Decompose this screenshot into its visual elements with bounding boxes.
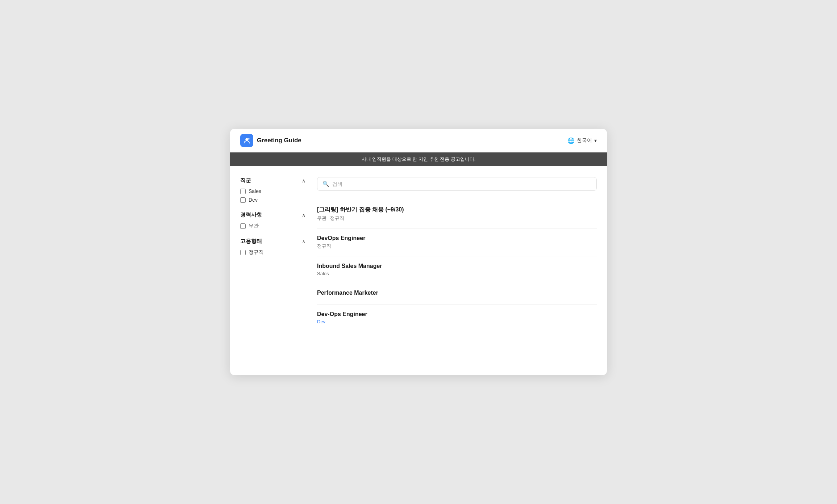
chevron-down-icon: ▾ [594, 138, 597, 143]
globe-icon: 🌐 [567, 137, 575, 144]
filter-label-sales: Sales [249, 188, 261, 194]
job-title-1: [그리팅] 하반기 집중 채용 (~9/30) [317, 206, 597, 214]
filter-section-employment: 고용형태 ∧ 정규직 [240, 238, 305, 256]
job-item-2[interactable]: DevOps Engineer 정규직 [317, 228, 597, 256]
search-input[interactable] [332, 181, 591, 187]
filter-header-job-category[interactable]: 직군 ∧ [240, 177, 305, 184]
chevron-up-icon-career: ∧ [302, 212, 305, 218]
checkbox-no-exp[interactable] [240, 223, 246, 229]
announcement-banner: 사내 임직원을 대상으로 한 지인 추천 전용 공고입니다. [230, 152, 607, 166]
language-label: 한국어 [577, 137, 592, 144]
checkbox-dev[interactable] [240, 197, 246, 203]
job-item-4[interactable]: Performance Marketer [317, 283, 597, 304]
filter-label-full-time: 정규직 [249, 249, 264, 256]
language-selector[interactable]: 🌐 한국어 ▾ [567, 137, 597, 144]
main-content: 직군 ∧ Sales Dev 경력사항 [230, 166, 607, 369]
header: Greeting Guide 🌐 한국어 ▾ [230, 129, 607, 152]
job-tag-fulltime-2: 정규직 [317, 243, 331, 249]
job-title-2: DevOps Engineer [317, 235, 597, 242]
filter-label-career: 경력사항 [240, 211, 262, 218]
header-left: Greeting Guide [240, 134, 301, 147]
filter-option-full-time[interactable]: 정규직 [240, 249, 305, 256]
chevron-up-icon: ∧ [302, 178, 305, 184]
app-logo [240, 134, 253, 147]
filter-option-no-exp[interactable]: 무관 [240, 223, 305, 229]
app-title: Greeting Guide [257, 137, 301, 144]
job-tags-1: 무관 정규직 [317, 215, 597, 222]
job-tags-2: 정규직 [317, 243, 597, 249]
filter-options-career: 무관 [240, 223, 305, 229]
chevron-up-icon-employment: ∧ [302, 239, 305, 244]
job-title-3: Inbound Sales Manager [317, 263, 597, 269]
job-tag-fulltime: 정규직 [330, 215, 344, 222]
search-bar[interactable]: 🔍 [317, 177, 597, 191]
filter-header-employment[interactable]: 고용형태 ∧ [240, 238, 305, 245]
job-tags-5: Dev [317, 319, 597, 324]
filter-label-employment: 고용형태 [240, 238, 262, 245]
filter-options-job-category: Sales Dev [240, 188, 305, 203]
filter-label-no-exp: 무관 [249, 223, 259, 229]
job-item-1[interactable]: [그리팅] 하반기 집중 채용 (~9/30) 무관 정규직 [317, 200, 597, 228]
job-tag-sales: Sales [317, 271, 329, 276]
job-tag-no-exp: 무관 [317, 215, 326, 222]
filter-option-sales[interactable]: Sales [240, 188, 305, 194]
job-item-5[interactable]: Dev-Ops Engineer Dev [317, 304, 597, 331]
filter-label-dev: Dev [249, 197, 258, 203]
filter-label-job-category: 직군 [240, 177, 251, 184]
checkbox-full-time[interactable] [240, 250, 246, 255]
filter-header-career[interactable]: 경력사항 ∧ [240, 211, 305, 218]
svg-point-1 [248, 138, 250, 140]
svg-point-0 [245, 138, 248, 141]
job-title-4: Performance Marketer [317, 290, 597, 296]
sidebar: 직군 ∧ Sales Dev 경력사항 [240, 177, 305, 358]
filter-options-employment: 정규직 [240, 249, 305, 256]
search-icon: 🔍 [322, 181, 329, 187]
filter-section-career: 경력사항 ∧ 무관 [240, 211, 305, 229]
app-window: Greeting Guide 🌐 한국어 ▾ 사내 임직원을 대상으로 한 지인… [230, 129, 607, 375]
filter-section-job-category: 직군 ∧ Sales Dev [240, 177, 305, 203]
job-item-3[interactable]: Inbound Sales Manager Sales [317, 256, 597, 283]
banner-text: 사내 임직원을 대상으로 한 지인 추천 전용 공고입니다. [362, 156, 476, 162]
job-list-area: 🔍 [그리팅] 하반기 집중 채용 (~9/30) 무관 정규직 DevOps … [317, 177, 597, 358]
job-title-5: Dev-Ops Engineer [317, 311, 597, 318]
job-tags-3: Sales [317, 271, 597, 276]
checkbox-sales[interactable] [240, 189, 246, 194]
filter-option-dev[interactable]: Dev [240, 197, 305, 203]
job-tag-dev: Dev [317, 319, 325, 324]
